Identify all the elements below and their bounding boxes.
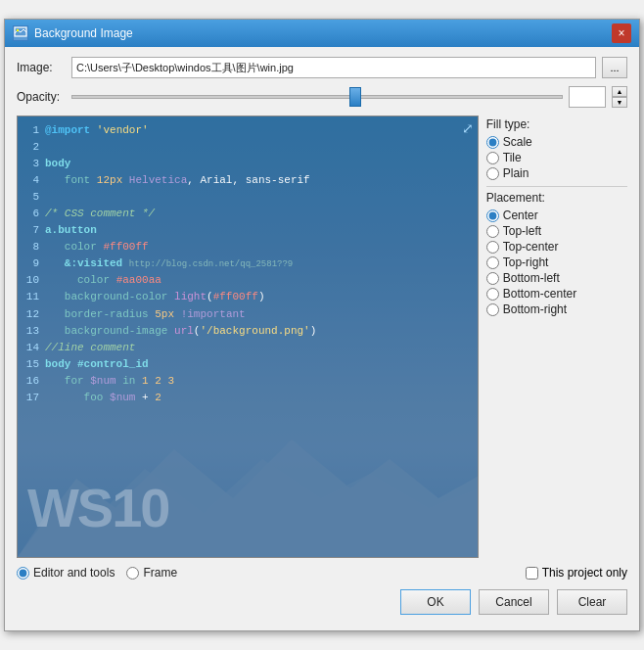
code-line-9: 9 &:visited http://blog.csdn.net/qq_2581… — [25, 255, 470, 272]
this-project-checkbox[interactable] — [526, 567, 538, 580]
opacity-spinner: ▲ ▼ — [612, 86, 627, 108]
placement-top-center[interactable]: Top-center — [486, 240, 627, 254]
placement-label: Placement: — [486, 191, 627, 205]
close-button[interactable]: × — [612, 23, 631, 43]
title-bar: Background Image × — [5, 20, 639, 47]
placement-bottom-center[interactable]: Bottom-center — [486, 287, 627, 301]
fill-type-tile[interactable]: Tile — [486, 151, 627, 164]
cancel-button[interactable]: Cancel — [479, 589, 549, 615]
opacity-down-button[interactable]: ▼ — [612, 97, 627, 108]
code-line-12: 12 border-radius 5px !important — [25, 306, 470, 323]
code-line-1: 1 @import 'vendor' — [25, 122, 470, 139]
clear-button[interactable]: Clear — [557, 589, 627, 615]
dialog-icon — [13, 25, 28, 41]
scope-editor[interactable]: Editor and tools — [17, 566, 115, 580]
code-line-7: 7 a.button — [25, 222, 470, 239]
this-project-group: This project only — [526, 566, 627, 580]
divider-1 — [486, 186, 627, 187]
fill-type-plain-radio[interactable] — [486, 167, 499, 180]
watermark: WS10 — [27, 476, 169, 539]
title-bar-left: Background Image — [13, 25, 133, 41]
dialog-body: Image: ... Opacity: 58 ▲ ▼ — [5, 47, 639, 630]
code-line-17: 17 foo $num + 2 — [25, 390, 470, 406]
placement-center[interactable]: Center — [486, 209, 627, 222]
image-path-input[interactable] — [71, 57, 596, 78]
fill-type-tile-radio[interactable] — [486, 152, 499, 164]
fill-type-label: Fill type: — [486, 117, 627, 131]
fill-type-plain[interactable]: Plain — [486, 166, 627, 180]
placement-top-right[interactable]: Top-right — [486, 255, 627, 269]
background-image-dialog: Background Image × Image: ... Opacity: 5… — [4, 19, 640, 631]
scope-frame[interactable]: Frame — [126, 566, 177, 580]
scope-editor-radio[interactable] — [17, 567, 29, 580]
placement-bottom-right-radio[interactable] — [486, 303, 499, 316]
placement-center-radio[interactable] — [486, 209, 499, 222]
placement-bottom-right[interactable]: Bottom-right — [486, 302, 627, 316]
image-row: Image: ... — [17, 57, 627, 78]
code-line-14: 14 //line comment — [25, 340, 470, 356]
code-line-11: 11 background-color light(#ff00ff) — [25, 289, 470, 305]
placement-top-center-radio[interactable] — [486, 241, 499, 254]
code-line-16: 16 for $num in 1 2 3 — [25, 373, 470, 390]
bottom-row: Editor and tools Frame This project only — [17, 566, 627, 580]
code-line-15: 15 body #control_id — [25, 356, 470, 373]
placement-radio-group: Center Top-left Top-center Top-right — [486, 209, 627, 316]
code-preview: 1 @import 'vendor' 2 3 body 4 font 12px … — [17, 116, 479, 558]
opacity-slider-container — [71, 86, 563, 108]
opacity-up-button[interactable]: ▲ — [612, 86, 627, 97]
expand-icon[interactable]: ⤢ — [462, 120, 474, 136]
fill-type-radio-group: Scale Tile Plain — [486, 135, 627, 180]
fill-type-scale[interactable]: Scale — [486, 135, 627, 149]
main-content: 1 @import 'vendor' 2 3 body 4 font 12px … — [17, 116, 627, 558]
placement-bottom-left-radio[interactable] — [486, 272, 499, 285]
scope-frame-radio[interactable] — [126, 567, 139, 580]
placement-top-left[interactable]: Top-left — [486, 224, 627, 238]
ok-button[interactable]: OK — [400, 589, 471, 615]
code-line-6: 6 /* CSS comment */ — [25, 206, 470, 222]
placement-top-left-radio[interactable] — [486, 225, 499, 238]
placement-top-right-radio[interactable] — [486, 256, 499, 269]
code-line-13: 13 background-image url('/background.png… — [25, 323, 470, 340]
this-project-label: This project only — [542, 566, 627, 580]
image-label: Image: — [17, 61, 66, 74]
code-line-2: 2 — [25, 139, 470, 156]
svg-point-1 — [17, 29, 19, 31]
code-line-4: 4 font 12px Helvetica, Arial, sans-serif — [25, 172, 470, 189]
opacity-value-input[interactable]: 58 — [569, 86, 606, 108]
code-line-5: 5 — [25, 189, 470, 206]
browse-button[interactable]: ... — [602, 57, 627, 78]
opacity-slider[interactable] — [71, 95, 563, 99]
fill-type-scale-radio[interactable] — [486, 136, 499, 149]
buttons-row: OK Cancel Clear — [17, 589, 627, 621]
title-text: Background Image — [34, 26, 133, 40]
opacity-row: Opacity: 58 ▲ ▼ — [17, 86, 627, 108]
scope-group: Editor and tools Frame — [17, 566, 177, 580]
code-line-3: 3 body — [25, 156, 470, 172]
code-line-10: 10 color #aa00aa — [25, 272, 470, 289]
code-line-8: 8 color #ff00ff — [25, 239, 470, 255]
placement-bottom-left[interactable]: Bottom-left — [486, 271, 627, 285]
right-panel: Fill type: Scale Tile Plain — [486, 116, 627, 558]
opacity-label: Opacity: — [17, 90, 66, 104]
placement-bottom-center-radio[interactable] — [486, 288, 499, 301]
